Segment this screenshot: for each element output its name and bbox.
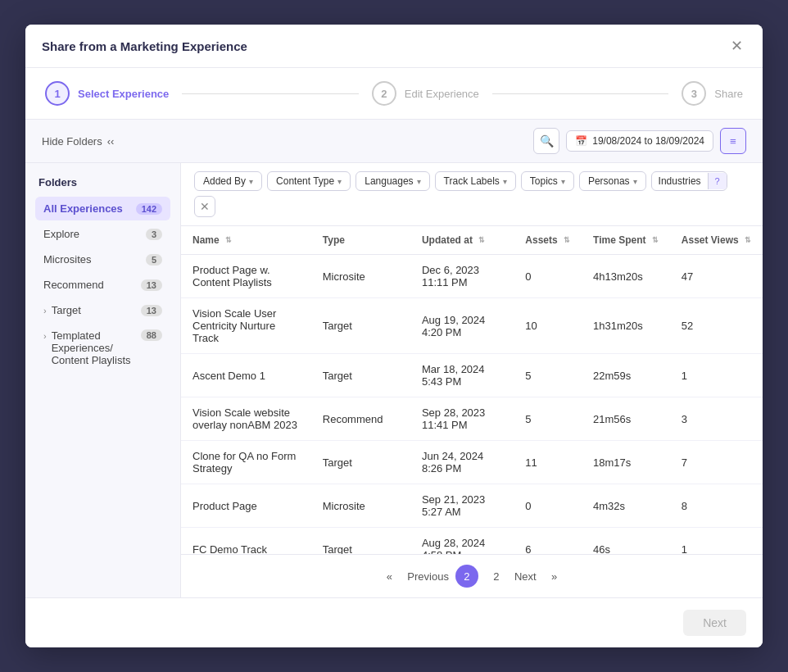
cell-asset-views: 8	[670, 484, 763, 528]
cell-updated: Mar 18, 2024 5:43 PM	[410, 354, 514, 397]
modal-title: Share from a Marketing Experience	[42, 39, 247, 53]
step-1-circle: 1	[45, 81, 70, 106]
date-range-text: 19/08/2024 to 18/09/2024	[592, 135, 704, 147]
filter-added-by[interactable]: Added By ▾	[194, 171, 262, 191]
clear-filters-button[interactable]: ✕	[194, 196, 215, 217]
folder-badge: 13	[141, 305, 162, 316]
filter-topics[interactable]: Topics ▾	[521, 171, 574, 191]
sidebar-item-microsites[interactable]: Microsites 5	[35, 247, 170, 271]
col-type: Type	[311, 226, 410, 255]
folder-label: Microsites	[43, 253, 92, 266]
cell-time-spent: 4m32s	[582, 484, 670, 528]
chevron-down-icon: ▾	[633, 177, 637, 186]
cell-time-spent: 4h13m20s	[582, 255, 670, 298]
table-row[interactable]: Product Page Microsite Sep 21, 2023 5:27…	[181, 484, 763, 528]
filter-industries[interactable]: Industries ?	[651, 171, 727, 191]
step-2-label: Edit Experience	[405, 88, 479, 100]
page-next-number[interactable]: 2	[485, 565, 508, 588]
col-name: Name ⇅	[181, 226, 311, 255]
folder-badge: 142	[136, 203, 162, 215]
close-button[interactable]: ✕	[727, 36, 746, 56]
cell-name: Vision Scale User Centricity Nurture Tra…	[181, 298, 311, 354]
filter-content-type[interactable]: Content Type ▾	[267, 171, 351, 191]
cell-asset-views: 3	[670, 397, 763, 441]
chevron-down-icon: ▾	[249, 177, 253, 186]
modal-header: Share from a Marketing Experience ✕	[25, 25, 763, 68]
cell-time-spent: 46s	[582, 528, 670, 555]
next-button[interactable]: Next	[683, 610, 746, 636]
table-row[interactable]: Product Page w. Content Playlists Micros…	[181, 255, 763, 298]
page-2-button[interactable]: 2	[455, 565, 478, 588]
industries-badge[interactable]: ?	[708, 173, 727, 189]
cell-type: Microsite	[311, 484, 410, 528]
col-asset-views: Asset Views ⇅	[670, 226, 763, 255]
filter-button[interactable]: ≡	[720, 128, 746, 154]
calendar-icon: 📅	[575, 135, 587, 147]
table-row[interactable]: Vision Scale User Centricity Nurture Tra…	[181, 298, 763, 354]
sidebar-item-explore[interactable]: Explore 3	[35, 222, 170, 246]
cell-asset-views: 1	[670, 528, 763, 555]
sidebar-item-target[interactable]: › Target 13	[35, 298, 170, 322]
previous-page-button[interactable]: Previous	[407, 570, 449, 583]
cell-asset-views: 52	[670, 298, 763, 354]
chevron-right-icon: ›	[43, 331, 47, 341]
sidebar-item-recommend[interactable]: Recommend 13	[35, 273, 170, 297]
cell-asset-views: 1	[670, 354, 763, 397]
sort-icon: ⇅	[745, 237, 751, 244]
chevron-down-icon: ▾	[503, 177, 507, 186]
industries-label: Industries	[652, 172, 708, 190]
cell-name: Product Page w. Content Playlists	[181, 255, 311, 298]
cell-type: Target	[311, 298, 410, 354]
col-time-spent: Time Spent ⇅	[582, 226, 670, 255]
cell-assets: 6	[514, 528, 582, 555]
modal-footer: Next	[25, 597, 763, 647]
cell-type: Target	[311, 441, 410, 484]
next-page-button[interactable]: Next	[514, 570, 537, 583]
first-page-button[interactable]: «	[378, 565, 401, 588]
filter-track-labels[interactable]: Track Labels ▾	[435, 171, 516, 191]
step-1-label: Select Experience	[78, 88, 169, 100]
sidebar-item-templated[interactable]: › Templated Experiences/ Content Playlis…	[35, 324, 170, 372]
step-2[interactable]: 2 Edit Experience	[372, 81, 479, 106]
cell-time-spent: 1h31m20s	[582, 298, 670, 354]
table-row[interactable]: FC Demo Track Target Aug 28, 2024 4:58 P…	[181, 528, 763, 555]
filter-languages[interactable]: Languages ▾	[356, 171, 429, 191]
cell-updated: Dec 6, 2023 11:11 PM	[410, 255, 514, 298]
cell-updated: Aug 28, 2024 4:58 PM	[410, 528, 514, 555]
hide-folders-label: Hide Folders	[42, 135, 102, 148]
search-button[interactable]: 🔍	[533, 128, 559, 154]
filter-personas[interactable]: Personas ▾	[579, 171, 646, 191]
cell-updated: Jun 24, 2024 8:26 PM	[410, 441, 514, 484]
cell-name: Vision Scale website overlay nonABM 2023	[181, 397, 311, 441]
cell-time-spent: 22m59s	[582, 354, 670, 397]
folder-label: Templated Experiences/ Content Playlists	[52, 329, 141, 366]
cell-type: Target	[311, 354, 410, 397]
step-3[interactable]: 3 Share	[682, 81, 743, 106]
sort-icon: ⇅	[652, 237, 659, 244]
cell-updated: Sep 28, 2023 11:41 PM	[410, 397, 514, 441]
date-range-button[interactable]: 📅 19/08/2024 to 18/09/2024	[566, 130, 713, 152]
hide-folders-button[interactable]: Hide Folders ‹‹	[42, 135, 114, 148]
sidebar-item-all-experiences[interactable]: All Experiences 142	[35, 197, 170, 220]
filter-row: Added By ▾ Content Type ▾ Languages ▾ Tr…	[181, 163, 763, 226]
folder-label: Recommend	[43, 279, 104, 291]
table-row[interactable]: Ascent Demo 1 Target Mar 18, 2024 5:43 P…	[181, 354, 763, 397]
last-page-button[interactable]: »	[543, 565, 566, 588]
step-line-2	[492, 93, 668, 94]
chevron-down-icon: ▾	[561, 177, 565, 186]
cell-time-spent: 18m17s	[582, 441, 670, 484]
step-1[interactable]: 1 Select Experience	[45, 81, 169, 106]
step-2-circle: 2	[372, 81, 396, 106]
modal-overlay: Share from a Marketing Experience ✕ 1 Se…	[0, 0, 788, 672]
chevron-down-icon: ▾	[417, 177, 421, 186]
sidebar-title: Folders	[35, 176, 170, 188]
table-body: Product Page w. Content Playlists Micros…	[181, 255, 763, 555]
col-assets: Assets ⇅	[514, 226, 582, 255]
table-row[interactable]: Vision Scale website overlay nonABM 2023…	[181, 397, 763, 441]
table-row[interactable]: Clone for QA no Form Strategy Target Jun…	[181, 441, 763, 484]
folder-label: Explore	[43, 228, 79, 240]
sort-icon: ⇅	[478, 237, 485, 244]
cell-asset-views: 7	[670, 441, 763, 484]
folder-label: All Experiences	[43, 202, 123, 215]
cell-assets: 11	[514, 441, 582, 484]
